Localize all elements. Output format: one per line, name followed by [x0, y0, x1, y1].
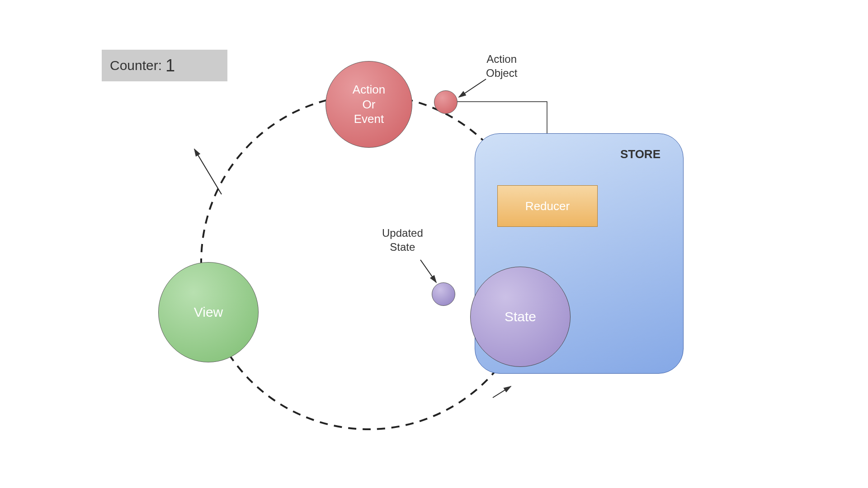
state-node: State: [470, 267, 571, 367]
action-object-label: Action Object: [486, 52, 517, 80]
action-node: Action Or Event: [326, 61, 412, 148]
store-title: STORE: [620, 147, 660, 161]
state-node-label: State: [505, 308, 536, 325]
view-node: View: [158, 262, 259, 362]
action-node-label: Action Or Event: [353, 82, 385, 127]
svg-line-4: [420, 260, 436, 282]
diagram-canvas: Counter: 1 STORE Action Or Event View Re…: [0, 0, 868, 488]
counter-value: 1: [165, 56, 175, 75]
reducer-node-label: Reducer: [525, 199, 570, 213]
svg-line-2: [493, 386, 511, 398]
updated-state-dot: [432, 282, 455, 306]
svg-line-3: [459, 79, 486, 97]
counter-box: Counter: 1: [102, 50, 227, 81]
svg-line-1: [194, 149, 222, 194]
updated-state-label: Updated State: [382, 226, 423, 254]
counter-label: Counter:: [110, 58, 162, 73]
view-node-label: View: [194, 304, 223, 321]
reducer-node: Reducer: [497, 185, 598, 227]
action-object-dot: [434, 90, 458, 114]
